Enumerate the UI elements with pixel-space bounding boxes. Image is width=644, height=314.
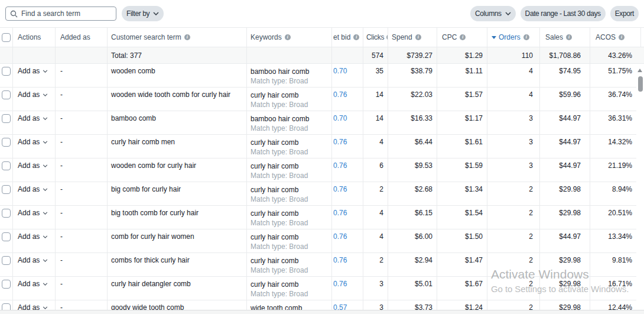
bid-link[interactable]: 0.76 (333, 232, 347, 241)
add-as-label: Add as (18, 280, 40, 288)
search-input[interactable] (21, 9, 112, 18)
row-checkbox[interactable] (2, 90, 11, 99)
spend-value: $22.03 (388, 88, 437, 111)
col-header-clicks[interactable]: Clicksi (363, 27, 388, 47)
cpc-value: $1.50 (437, 229, 487, 253)
add-as-dropdown[interactable]: Add as (18, 232, 48, 241)
spend-value: $38.79 (388, 64, 437, 88)
search-box[interactable] (5, 7, 116, 21)
table-row: Add as - combs for thick curly hair curl… (0, 253, 644, 277)
total-acos: 43.26% (590, 47, 641, 64)
row-checkbox[interactable] (2, 67, 11, 76)
row-checkbox[interactable] (2, 232, 11, 241)
filter-by-label: Filter by (126, 9, 149, 18)
bid-link[interactable]: 0.70 (333, 114, 347, 122)
add-as-dropdown[interactable]: Add as (18, 185, 48, 193)
col-header-orders[interactable]: Ordersi (487, 27, 540, 47)
info-icon[interactable]: i (460, 34, 466, 40)
add-as-dropdown[interactable]: Add as (18, 209, 48, 217)
date-range-label: Date range - Last 30 days (525, 9, 601, 18)
bid-link[interactable]: 0.76 (333, 161, 347, 170)
keyword: curly hair comb (251, 256, 331, 266)
chevron-down-icon (43, 117, 48, 120)
add-as-dropdown[interactable]: Add as (18, 114, 48, 122)
bid-link[interactable]: 0.76 (333, 280, 347, 288)
total-sales: $1,708.86 (540, 47, 590, 64)
cpc-value: $1.34 (437, 182, 487, 206)
clicks-value: 4 (363, 206, 388, 229)
col-header-bid[interactable]: et bidi (332, 27, 363, 47)
clicks-value: 2 (363, 182, 388, 206)
col-header-added-as[interactable]: Added as (56, 27, 108, 47)
row-checkbox[interactable] (2, 185, 11, 194)
orders-value: 4 (487, 88, 540, 111)
added-as-value: - (56, 135, 108, 158)
horizontal-scrollbar[interactable] (0, 310, 644, 314)
col-header-keywords[interactable]: Keywordsi (247, 27, 332, 47)
info-icon[interactable]: i (285, 34, 291, 40)
col-header-sales[interactable]: Salesi (540, 27, 590, 47)
info-icon[interactable]: i (184, 34, 190, 40)
col-header-actions[interactable]: Actions (13, 27, 56, 47)
bid-link[interactable]: 0.76 (333, 209, 347, 217)
add-as-dropdown[interactable]: Add as (18, 161, 48, 170)
added-as-value: - (56, 158, 108, 182)
orders-value: 2 (487, 229, 540, 253)
columns-button[interactable]: Columns (470, 6, 516, 21)
spend-value: $6.44 (388, 135, 437, 158)
row-checkbox[interactable] (2, 161, 11, 170)
row-checkbox[interactable] (2, 209, 11, 218)
total-orders: 110 (487, 47, 540, 64)
scrollbar-thumb[interactable] (638, 76, 643, 92)
scroll-up-icon[interactable] (638, 69, 642, 72)
customer-search-term: comb for curly hair women (108, 229, 247, 253)
export-button[interactable]: Export (610, 6, 639, 21)
date-range-button[interactable]: Date range - Last 30 days (521, 6, 606, 21)
row-checkbox[interactable] (2, 138, 11, 147)
table-row: Add as - big comb for curly hair curly h… (0, 182, 644, 206)
customer-search-term: big comb for curly hair (108, 182, 247, 206)
filter-by-button[interactable]: Filter by (122, 6, 164, 21)
customer-search-term: curly hair comb men (108, 135, 247, 158)
col-header-customer-search-term[interactable]: Customer search termi (108, 27, 247, 47)
col-header-acos[interactable]: ACOSi (590, 27, 641, 47)
add-as-dropdown[interactable]: Add as (18, 280, 48, 288)
row-checkbox[interactable] (2, 114, 11, 123)
add-as-dropdown[interactable]: Add as (18, 67, 48, 75)
spend-value: $16.33 (388, 111, 437, 135)
clicks-value: 14 (363, 88, 388, 111)
clicks-value: 4 (363, 229, 388, 253)
chevron-down-icon (505, 12, 511, 15)
bid-link[interactable]: 0.76 (333, 256, 347, 264)
bid-link[interactable]: 0.76 (333, 138, 347, 146)
add-as-dropdown[interactable]: Add as (18, 256, 48, 264)
col-header-spend[interactable]: Spendi (388, 27, 437, 47)
acos-value: 16.71% (590, 277, 641, 300)
total-row: Total: 377 574 $739.27 $1.29 110 $1,708.… (0, 47, 644, 64)
match-type: Match type: Broad (251, 195, 331, 204)
customer-search-term: curly hair detangler comb (108, 277, 247, 300)
row-checkbox[interactable] (2, 256, 11, 265)
info-icon[interactable]: i (353, 34, 359, 40)
select-all-checkbox[interactable] (2, 33, 11, 42)
col-header-cpc[interactable]: CPCi (437, 27, 487, 47)
bid-link[interactable]: 0.70 (333, 67, 347, 75)
info-icon[interactable]: i (566, 34, 572, 40)
info-icon[interactable]: i (415, 34, 421, 40)
row-checkbox[interactable] (2, 280, 11, 289)
table-row: Add as - wooden comb for curly hair curl… (0, 158, 644, 182)
sales-value: $59.96 (540, 88, 590, 111)
bid-link[interactable]: 0.76 (333, 185, 347, 193)
orders-value: 3 (487, 158, 540, 182)
add-as-dropdown[interactable]: Add as (18, 90, 48, 99)
total-clicks: 574 (363, 47, 388, 64)
add-as-label: Add as (18, 185, 40, 193)
info-icon[interactable]: i (523, 34, 529, 40)
add-as-dropdown[interactable]: Add as (18, 138, 48, 146)
cpc-value: $1.59 (437, 158, 487, 182)
bid-link[interactable]: 0.76 (333, 90, 347, 99)
info-icon[interactable]: i (619, 34, 625, 40)
orders-value: 2 (487, 253, 540, 277)
vertical-scrollbar[interactable] (636, 64, 644, 314)
sales-value: $74.95 (540, 64, 590, 88)
